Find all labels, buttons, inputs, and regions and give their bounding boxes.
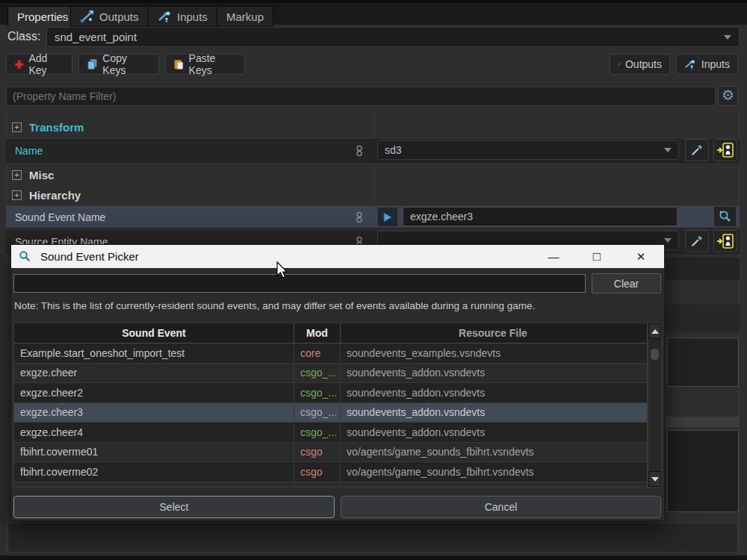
scroll-up-button[interactable] (648, 323, 661, 339)
tab-inputs[interactable]: Inputs (148, 6, 217, 27)
table-row[interactable]: fbihrt.takingfire01csgovo/agents/game_so… (14, 482, 647, 488)
section-misc-label: Misc (29, 169, 54, 181)
cancel-button-label: Cancel (485, 501, 518, 513)
column-header-resource-file[interactable]: Resource File (341, 323, 645, 343)
tab-outputs[interactable]: Outputs (70, 6, 149, 27)
plus-icon (14, 59, 24, 70)
chevron-down-icon (724, 35, 731, 40)
minimize-button[interactable]: — (536, 245, 571, 268)
name-value-dropdown[interactable]: sd3 (377, 140, 679, 160)
gear-icon: ⚙ (722, 87, 734, 103)
background-scrollbar (666, 417, 740, 427)
background-panel (667, 430, 739, 512)
copy-keys-label: Copy Keys (102, 52, 151, 76)
table-header: Sound Event Mod Resource File (14, 323, 647, 343)
cell-mod: csgo (294, 482, 341, 488)
section-hierarchy-label: Hierarchy (29, 189, 81, 202)
outputs-icon (80, 10, 95, 23)
dialog-note: Note: This is the list of currently-resi… (14, 300, 535, 311)
add-key-label: Add Key (28, 52, 64, 76)
tab-properties-label: Properties (17, 10, 68, 23)
chevron-down-icon (664, 148, 672, 152)
cell-event: Example.start_oneshot_import_test (14, 343, 294, 363)
cell-file: vo/agents/game_sounds_fbihrt.vsndevts (341, 443, 645, 462)
cancel-button[interactable]: Cancel (341, 496, 661, 518)
table-row[interactable]: exgze.cheer2csgo_...soundevents_addon.vs… (14, 383, 647, 403)
tab-markup-label: Markup (226, 10, 264, 23)
clear-button-label: Clear (614, 278, 639, 290)
cell-mod: csgo (294, 462, 341, 482)
sound-event-picker-button[interactable] (713, 206, 737, 227)
table-row[interactable]: fbihrt.coverme01csgovo/agents/game_sound… (14, 443, 647, 463)
inputs-button-label: Inputs (701, 58, 730, 70)
section-misc[interactable]: + Misc (6, 165, 740, 184)
table-row[interactable]: fbihrt.coverme02csgovo/agents/game_sound… (14, 462, 647, 482)
property-filter-input[interactable] (6, 87, 716, 106)
table-scrollbar[interactable] (648, 323, 662, 488)
tab-inputs-label: Inputs (177, 10, 208, 23)
class-dropdown[interactable]: snd_event_point (46, 27, 740, 47)
dialog-table-body: Example.start_oneshot_import_testcoresou… (14, 343, 647, 488)
tab-outputs-label: Outputs (99, 10, 139, 23)
scrollbar-thumb[interactable] (651, 349, 659, 360)
cell-event: exgze.cheer2 (14, 383, 294, 402)
search-icon (19, 250, 31, 263)
section-hierarchy[interactable]: + Hierarchy (6, 185, 740, 205)
cell-file: vo/agents/game_sounds_fbihrt.vsndevts (341, 482, 645, 488)
assign-entity-icon (716, 142, 734, 158)
clear-button[interactable]: Clear (592, 273, 661, 293)
select-button[interactable]: Select (13, 496, 335, 518)
cell-mod: csgo_... (294, 383, 341, 402)
play-sound-button[interactable] (377, 207, 398, 227)
cell-event: fbihrt.coverme01 (14, 443, 294, 462)
section-transform-label: Transform (29, 121, 84, 134)
inputs-button[interactable]: Inputs (676, 54, 738, 75)
bottom-edge (0, 556, 747, 560)
filter-gear-button[interactable]: ⚙ (718, 86, 738, 106)
inputs-icon (684, 58, 697, 70)
outputs-button[interactable]: Outputs (610, 54, 670, 75)
expand-icon[interactable]: + (12, 170, 22, 180)
tab-properties[interactable]: Properties (7, 6, 78, 27)
add-key-button[interactable]: Add Key (6, 54, 72, 75)
cell-file: soundevents_addon.vsndevts (341, 364, 645, 383)
section-transform[interactable]: + Transform (6, 117, 740, 137)
table-row[interactable]: exgze.cheer4csgo_...soundevents_addon.vs… (14, 423, 647, 443)
arrow-down-icon (651, 477, 659, 482)
sound-event-value-input[interactable]: exgze.cheer3 (403, 207, 678, 226)
paste-keys-label: Paste Keys (189, 52, 237, 76)
dialog-title-bar[interactable]: Sound Event Picker — □ ✕ (11, 245, 664, 268)
cell-mod: csgo (294, 443, 341, 462)
scroll-down-button[interactable] (648, 471, 661, 487)
source-entity-eyedropper-button[interactable] (685, 230, 709, 252)
column-header-sound-event[interactable]: Sound Event (14, 323, 294, 343)
column-header-mod[interactable]: Mod (294, 323, 341, 343)
dialog-title: Sound Event Picker (40, 250, 139, 263)
link-icon (356, 145, 363, 157)
copy-keys-button[interactable]: Copy Keys (78, 54, 159, 75)
dialog-search-input[interactable] (13, 274, 586, 293)
close-button[interactable]: ✕ (624, 245, 658, 268)
table-row[interactable]: exgze.cheer3csgo_...soundevents_addon.vs… (14, 403, 647, 423)
expand-icon[interactable]: + (12, 122, 22, 132)
paste-icon (173, 58, 185, 70)
cell-event: fbihrt.coverme02 (14, 462, 294, 482)
source-entity-assign-button[interactable] (713, 230, 737, 252)
maximize-button[interactable]: □ (580, 245, 614, 268)
magnifier-icon (718, 210, 732, 224)
cell-file: soundevents_examples.vsndevts (341, 343, 645, 363)
table-row[interactable]: Example.start_oneshot_import_testcoresou… (14, 343, 647, 364)
cell-event: exgze.cheer4 (14, 423, 294, 442)
expand-icon[interactable]: + (12, 190, 22, 200)
name-value: sd3 (385, 144, 402, 156)
close-icon: ✕ (636, 250, 646, 264)
app-window: Properties Outputs Inputs Markup Class: (0, 0, 747, 560)
play-icon (382, 212, 393, 223)
tab-markup[interactable]: Markup (217, 6, 273, 27)
name-eyedropper-button[interactable] (685, 139, 709, 161)
inputs-icon (158, 10, 173, 23)
paste-keys-button[interactable]: Paste Keys (165, 54, 245, 75)
top-tab-bar: Properties Outputs Inputs Markup (0, 0, 747, 25)
name-assign-entity-button[interactable] (713, 139, 737, 161)
table-row[interactable]: exgze.cheercsgo_...soundevents_addon.vsn… (14, 364, 647, 384)
